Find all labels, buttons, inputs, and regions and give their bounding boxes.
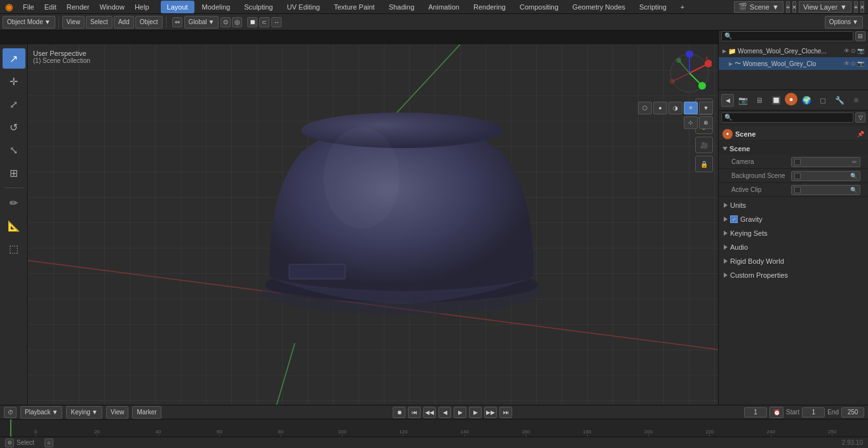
props-filter-btn[interactable]: ▽ xyxy=(855,112,865,123)
tab-animation[interactable]: Animation xyxy=(422,1,466,13)
status-key-icon[interactable]: ⌂ xyxy=(44,438,53,447)
tab-scripting[interactable]: Scripting xyxy=(633,1,673,13)
tool-move[interactable]: ⤢ xyxy=(3,94,25,114)
bg-scene-icon[interactable]: 🔍 xyxy=(850,173,857,179)
transform-icon-btn[interactable]: ⇔ xyxy=(172,17,182,27)
overlay-btn[interactable]: ⊕ xyxy=(699,116,713,129)
jump-end-btn[interactable]: ⏭ xyxy=(499,407,512,418)
view-layer-selector[interactable]: View Layer ▼ xyxy=(799,1,851,13)
status-mode-icon[interactable]: ⊙ xyxy=(5,438,14,447)
props-nav-btn[interactable]: ◀ xyxy=(721,94,734,107)
proportional-btn[interactable]: ◎ xyxy=(232,17,242,27)
tool-select[interactable]: ↗ xyxy=(3,48,25,69)
current-frame-input[interactable] xyxy=(744,407,767,417)
menu-render[interactable]: Render xyxy=(62,0,95,14)
prev-keyframe-btn[interactable]: ◀◀ xyxy=(423,407,436,418)
prop-world-icon[interactable]: 🌍 xyxy=(799,93,814,108)
prop-view-layer-icon[interactable]: 🔲 xyxy=(768,93,783,108)
viewport-camera2-btn[interactable]: 🎥 xyxy=(695,137,713,153)
active-clip-value[interactable]: 🔍 xyxy=(791,185,860,195)
tab-modeling[interactable]: Modeling xyxy=(196,1,237,13)
start-frame-input[interactable] xyxy=(802,407,825,417)
camera-field-value[interactable]: ✏ xyxy=(791,157,860,167)
timeline-type-btn[interactable]: ⏱ xyxy=(4,407,17,418)
marker-menu[interactable]: Marker xyxy=(132,406,161,419)
menu-window[interactable]: Window xyxy=(95,0,130,14)
outliner-item-mesh[interactable]: ▶ 〜 Womens_Wool_Grey_Clo 👁 ⊙ 📷 xyxy=(719,57,868,70)
mode-selector[interactable]: Object Mode ▼ xyxy=(3,16,55,29)
gravity-checkbox[interactable]: ✓ xyxy=(730,215,738,223)
mesh-hide-icon[interactable]: 👁 xyxy=(844,60,850,67)
tool-rotate[interactable]: ↺ xyxy=(3,117,25,137)
menu-file[interactable]: File xyxy=(18,0,39,14)
keying-sets-row[interactable]: Keying Sets xyxy=(719,226,868,240)
shading-solid-btn[interactable]: ● xyxy=(653,102,667,114)
options-btn[interactable]: Options ▼ xyxy=(825,16,863,29)
props-scene-header[interactable]: ● Scene 📌 xyxy=(719,127,868,141)
menu-edit[interactable]: Edit xyxy=(39,0,62,14)
prop-physics-icon[interactable]: ⚡ xyxy=(865,93,868,108)
snap-btn[interactable]: 🔲 xyxy=(247,17,257,27)
mirror-btn[interactable]: ↔ xyxy=(271,17,281,27)
scene-add-btn[interactable]: + xyxy=(786,1,790,13)
mesh-render-icon[interactable]: 📷 xyxy=(857,60,864,67)
main-viewport[interactable]: User Perspective (1) Scene Collection X … xyxy=(28,44,718,405)
add-menu[interactable]: Add xyxy=(114,16,134,29)
hide-icon[interactable]: 👁 xyxy=(844,48,850,54)
rigid-body-row[interactable]: Rigid Body World xyxy=(719,254,868,268)
gizmo-btn[interactable]: ⊹ xyxy=(684,116,698,129)
menu-help[interactable]: Help xyxy=(130,0,154,14)
object-menu[interactable]: Object xyxy=(135,16,163,29)
active-clip-icon[interactable]: 🔍 xyxy=(850,187,857,193)
tool-transform[interactable]: ⊞ xyxy=(3,163,25,183)
tool-annotate[interactable]: ✏ xyxy=(3,193,25,213)
shading-dropdown-btn[interactable]: ▼ xyxy=(699,102,713,114)
navigation-gizmo[interactable]: X Y Z xyxy=(667,51,712,95)
tab-geometry-nodes[interactable]: Geometry Nodes xyxy=(566,1,632,13)
scene-remove-btn[interactable]: × xyxy=(792,1,796,13)
next-frame-btn[interactable]: ▶ xyxy=(469,407,482,418)
select-icon[interactable]: ⊙ xyxy=(851,48,856,54)
tab-add[interactable]: + xyxy=(674,1,691,13)
camera-edit-icon[interactable]: ✏ xyxy=(852,159,857,165)
tool-add[interactable]: ⬚ xyxy=(3,238,25,259)
viewport-lock-btn[interactable]: 🔒 xyxy=(695,156,713,172)
timeline-ruler[interactable]: 0 20 40 60 80 100 120 140 160 180 200 22… xyxy=(0,419,868,438)
tool-scale[interactable]: ⤡ xyxy=(3,140,25,160)
view-menu[interactable]: View xyxy=(62,16,85,29)
scene-subsection-header[interactable]: Scene xyxy=(719,142,868,155)
tab-layout[interactable]: Layout xyxy=(161,1,194,13)
scene-header-pin[interactable]: 📌 xyxy=(857,131,864,137)
prop-object-icon[interactable]: ◻ xyxy=(815,93,831,108)
props-search-input[interactable] xyxy=(721,112,853,123)
tab-shading[interactable]: Shading xyxy=(383,1,421,13)
shading-wireframe-btn[interactable]: ⬡ xyxy=(638,102,652,114)
render-icon[interactable]: 📷 xyxy=(857,48,864,54)
prop-particles-icon[interactable]: ⚛ xyxy=(848,93,864,108)
prop-modifier-icon[interactable]: 🔧 xyxy=(832,93,847,108)
audio-row[interactable]: Audio xyxy=(719,240,868,254)
tool-cursor[interactable]: ✛ xyxy=(3,71,25,92)
tab-compositing[interactable]: Compositing xyxy=(513,1,565,13)
record-btn[interactable]: ⏺ xyxy=(393,407,405,418)
view-layer-add-btn[interactable]: + xyxy=(854,1,858,13)
prop-output-icon[interactable]: 🖥 xyxy=(752,93,767,108)
tab-sculpting[interactable]: Sculpting xyxy=(238,1,279,13)
outliner-filter2-btn[interactable]: ⊟ xyxy=(855,31,865,41)
view-menu-tl[interactable]: View xyxy=(106,406,129,419)
playback-menu[interactable]: Playback ▼ xyxy=(20,406,62,419)
custom-props-row[interactable]: Custom Properties xyxy=(719,268,868,282)
background-scene-value[interactable]: 🔍 xyxy=(791,171,860,181)
outliner-search[interactable] xyxy=(721,31,853,41)
jump-start-btn[interactable]: ⏮ xyxy=(408,407,421,418)
select-menu[interactable]: Select xyxy=(86,16,112,29)
prop-render-icon[interactable]: 📷 xyxy=(735,93,750,108)
prev-frame-btn[interactable]: ◀ xyxy=(438,407,451,418)
outliner-item-collection[interactable]: ▶ 📁 Womens_Wool_Grey_Cloche... 👁 ⊙ 📷 xyxy=(719,44,868,57)
gravity-row[interactable]: ✓ Gravity xyxy=(719,212,868,226)
tab-rendering[interactable]: Rendering xyxy=(467,1,512,13)
end-frame-input[interactable] xyxy=(841,407,864,417)
transform-selector[interactable]: Global ▼ xyxy=(184,16,219,29)
play-btn[interactable]: ▶ xyxy=(454,407,466,418)
tab-uv-editing[interactable]: UV Editing xyxy=(280,1,326,13)
